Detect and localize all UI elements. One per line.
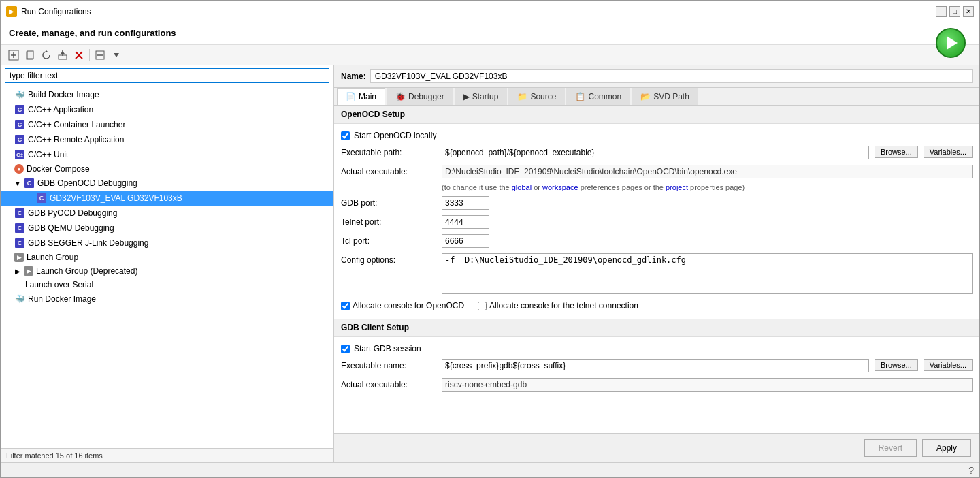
name-label: Name: — [341, 71, 366, 81]
tree-item-launch-group-deprecated[interactable]: ▶ ▶ Launch Group (Deprecated) — [1, 264, 333, 278]
hint-prefs: preferences pages or the — [581, 183, 666, 191]
exec-name-label: Executable name: — [341, 359, 436, 370]
tab-svd-path[interactable]: 📂 SVD Path — [632, 88, 698, 105]
svg-marker-8 — [61, 51, 65, 54]
subtitle: Create, manage, and run configurations — [1, 22, 979, 44]
tab-source[interactable]: 📁 Source — [508, 88, 565, 105]
filter-input[interactable] — [5, 68, 329, 83]
refresh-button[interactable] — [39, 48, 54, 63]
tree-item-cpp-app[interactable]: C C/C++ Application — [1, 102, 333, 117]
tcl-port-input[interactable] — [442, 234, 489, 248]
tab-common[interactable]: 📋 Common — [566, 88, 630, 105]
tree-item-gdb-qemu[interactable]: C GDB QEMU Debugging — [1, 221, 333, 236]
tree-item-cpp-unit[interactable]: C‡ C/C++ Unit — [1, 147, 333, 162]
title-bar: ▶ Run Configurations — □ ✕ — [1, 1, 979, 22]
tab-source-icon: 📁 — [517, 92, 527, 101]
start-gdb-row: Start GDB session — [341, 341, 973, 356]
revert-button[interactable]: Revert — [864, 439, 917, 457]
tree-item-label: C/C++ Remote Application — [28, 135, 124, 144]
tree-item-label: GD32VF103V_EVAL GD32VF103xB — [50, 193, 182, 203]
apply-button[interactable]: Apply — [922, 439, 971, 457]
new-config-button[interactable] — [6, 48, 21, 63]
config-options-textarea[interactable]: -f D:\NucleiStudio_IDE_201909\openocd_gd… — [442, 253, 973, 294]
telnet-port-input[interactable] — [442, 215, 489, 229]
collapse-all-button[interactable] — [93, 48, 108, 63]
launch-icon: ▶ — [24, 266, 33, 276]
tree-item-gdb-pyocd[interactable]: C GDB PyOCD Debugging — [1, 206, 333, 221]
exec-path-input[interactable] — [442, 146, 869, 159]
duplicate-button[interactable] — [22, 48, 37, 63]
hint-or: or — [534, 183, 542, 191]
allocate-openocd-checkbox[interactable] — [341, 302, 350, 310]
export-button[interactable] — [55, 48, 70, 63]
actual-exec-input — [442, 165, 973, 178]
start-openocd-checkbox[interactable] — [341, 131, 350, 140]
close-button[interactable]: ✕ — [963, 6, 974, 17]
tree-item-cpp-container[interactable]: C C/C++ Container Launcher — [1, 117, 333, 132]
tree-item-launch-serial[interactable]: Launch over Serial — [1, 278, 333, 291]
tab-debugger[interactable]: 🐞 Debugger — [387, 88, 453, 105]
right-panel: Name: 📄 Main 🐞 Debugger ▶ Startup — [334, 65, 979, 462]
start-openocd-row: Start OpenOCD locally — [341, 128, 973, 143]
run-button[interactable] — [936, 28, 966, 58]
tree-area: 🐳 Build Docker Image C C/C++ Application… — [1, 86, 333, 448]
more-button[interactable] — [109, 48, 124, 63]
tree-item-gdb-segger[interactable]: C GDB SEGGER J-Link Debugging — [1, 236, 333, 251]
tree-item-docker-compose[interactable]: ● Docker Compose — [1, 162, 333, 176]
tree-item-label: C/C++ Unit — [28, 150, 68, 159]
hint-props: properties page) — [690, 183, 745, 191]
tree-item-label: GDB PyOCD Debugging — [28, 208, 117, 218]
expand-icon[interactable]: ▼ — [14, 180, 21, 187]
c-icon: C — [24, 178, 35, 189]
tcl-port-label: Tcl port: — [341, 234, 436, 246]
tab-main-label: Main — [359, 92, 376, 101]
tree-item-label: C/C++ Application — [28, 105, 93, 114]
allocate-telnet-checkbox[interactable] — [478, 302, 487, 310]
tree-item-build-docker[interactable]: 🐳 Build Docker Image — [1, 87, 333, 102]
exec-name-variables-button[interactable]: Variables... — [924, 359, 973, 371]
actual-exec-input2 — [442, 378, 973, 392]
hint-workspace-link[interactable]: workspace — [542, 183, 578, 191]
tab-svd-icon: 📂 — [640, 92, 651, 101]
tab-startup[interactable]: ▶ Startup — [455, 88, 508, 105]
docker2-icon: 🐳 — [14, 293, 25, 304]
tree-item-label: GDB QEMU Debugging — [28, 223, 114, 233]
expand-icon[interactable]: ▶ — [14, 268, 21, 274]
tab-common-icon: 📋 — [575, 92, 585, 101]
executable-path-row: Executable path: Browse... Variables... — [341, 143, 973, 162]
telnet-port-row: Telnet port: — [341, 212, 973, 232]
actual-exec-label: Actual executable: — [341, 165, 436, 176]
actual-exec-label2: Actual executable: — [341, 378, 436, 389]
hint-project-link[interactable]: project — [666, 183, 688, 191]
gdb-port-input[interactable] — [442, 196, 489, 210]
tab-svd-label: SVD Path — [653, 92, 689, 101]
minimize-button[interactable]: — — [936, 6, 947, 17]
tree-item-launch-group[interactable]: ▶ Launch Group — [1, 251, 333, 264]
tree-item-gdb-openocd[interactable]: ▼ C GDB OpenOCD Debugging — [1, 176, 333, 191]
maximize-button[interactable]: □ — [949, 6, 960, 17]
hint-row: (to change it use the global or workspac… — [341, 181, 973, 193]
hint-global-link[interactable]: global — [512, 183, 532, 191]
c-icon: C — [14, 208, 25, 219]
c-icon: C — [14, 134, 25, 145]
config-name-input[interactable] — [370, 69, 973, 83]
config-options-row: Config options: -f D:\NucleiStudio_IDE_2… — [341, 251, 973, 297]
help-icon[interactable]: ? — [968, 465, 974, 476]
delete-button[interactable] — [71, 48, 86, 63]
allocate-openocd-label: Allocate console for OpenOCD — [353, 301, 464, 310]
tree-item-label: C/C++ Container Launcher — [28, 120, 125, 129]
tab-startup-icon: ▶ — [463, 92, 470, 101]
exec-name-browse-button[interactable]: Browse... — [875, 359, 918, 371]
tree-item-cpp-remote[interactable]: C C/C++ Remote Application — [1, 132, 333, 147]
exec-variables-button[interactable]: Variables... — [924, 146, 973, 158]
tab-startup-label: Startup — [472, 92, 499, 101]
tree-item-run-docker[interactable]: 🐳 Run Docker Image — [1, 291, 333, 306]
exec-name-input[interactable] — [442, 359, 869, 372]
openocd-form: Start OpenOCD locally Executable path: B… — [334, 124, 979, 319]
tab-main[interactable]: 📄 Main — [337, 88, 385, 105]
start-gdb-checkbox[interactable] — [341, 345, 350, 353]
main-content: 🐳 Build Docker Image C C/C++ Application… — [1, 65, 979, 462]
tree-item-gd32vf103v[interactable]: C GD32VF103V_EVAL GD32VF103xB — [1, 191, 333, 206]
exec-browse-button[interactable]: Browse... — [875, 146, 918, 158]
toolbar-sep-1 — [89, 49, 90, 61]
